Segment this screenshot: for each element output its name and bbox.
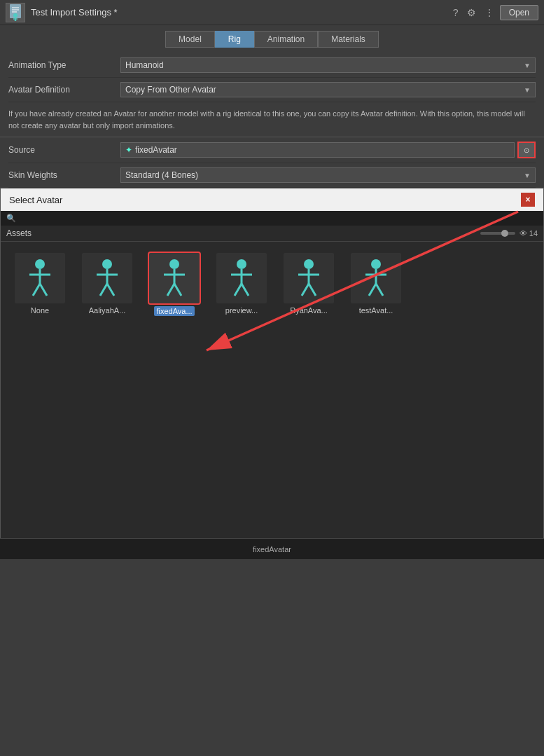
svg-line-37 [369, 284, 376, 296]
animation-type-select[interactable]: Humanoid ▼ [120, 57, 536, 73]
source-label: Source [8, 145, 120, 155]
avatar-label-preview: preview... [225, 306, 258, 315]
list-item[interactable]: AaliyahA... [79, 253, 135, 315]
animation-type-arrow: ▼ [524, 62, 531, 69]
avatar-definition-label: Avatar Definition [8, 85, 120, 95]
svg-point-9 [35, 259, 45, 269]
animation-type-row: Animation Type Humanoid ▼ [8, 53, 536, 78]
svg-line-28 [242, 284, 249, 296]
size-label: 👁 14 [519, 229, 538, 238]
svg-point-24 [237, 259, 246, 269]
svg-point-29 [304, 259, 314, 269]
settings-button[interactable]: ⚙ [464, 6, 479, 20]
help-button[interactable]: ? [450, 6, 461, 20]
avatar-icon-fixedava[interactable] [149, 253, 200, 303]
avatar-label-testavat: testAvat... [359, 306, 393, 315]
select-avatar-dialog: Select Avatar × 🔍 Assets 👁 14 [0, 188, 544, 559]
source-picker-button[interactable]: ⊙ [517, 142, 536, 158]
animation-type-label: Animation Type [8, 60, 120, 70]
bottom-bar: fixedAvatar [0, 538, 544, 559]
svg-point-14 [102, 259, 112, 269]
svg-line-13 [40, 284, 47, 296]
svg-line-33 [309, 284, 316, 296]
size-slider-area: 👁 14 [480, 229, 538, 238]
info-box: If you have already created an Avatar fo… [0, 102, 544, 137]
inspector-header: Test Import Settings * ? ⚙ ⋮ Open [0, 0, 544, 25]
svg-line-17 [100, 284, 107, 296]
bottom-text: fixedAvatar [253, 545, 291, 554]
list-item[interactable]: RyanAva... [281, 253, 337, 315]
avatar-icon-preview[interactable] [216, 253, 267, 303]
avatar-label-fixedava: fixedAva... [154, 306, 194, 316]
avatar-definition-row: Avatar Definition Copy From Other Avatar… [8, 78, 536, 102]
skin-weights-arrow: ▼ [524, 172, 531, 179]
source-section: Source ✦ fixedAvatar ⊙ Skin Weights Stan… [0, 137, 544, 188]
dialog-search-bar: 🔍 [1, 211, 543, 226]
skin-weights-row: Skin Weights Standard (4 Bones) ▼ [8, 163, 536, 188]
dialog-assets-bar: Assets 👁 14 [1, 226, 543, 242]
avatar-definition-arrow: ▼ [524, 86, 531, 94]
dialog-title: Select Avatar [9, 195, 62, 205]
avatar-icon-none[interactable] [15, 253, 65, 303]
avatar-label-aaliyah: AaliyahA... [89, 306, 126, 315]
svg-point-34 [371, 259, 381, 269]
tab-model[interactable]: Model [165, 31, 215, 48]
svg-line-8 [15, 20, 17, 21]
tab-rig[interactable]: Rig [215, 31, 254, 48]
list-item[interactable]: preview... [214, 253, 270, 315]
search-icon: 🔍 [6, 214, 16, 223]
avatar-icon-testavat[interactable] [351, 253, 401, 303]
dialog-close-button[interactable]: × [521, 193, 535, 207]
svg-line-23 [174, 284, 181, 296]
source-row: Source ✦ fixedAvatar ⊙ [8, 137, 536, 163]
tabs-bar: Model Rig Animation Materials [0, 25, 544, 53]
tab-materials[interactable]: Materials [318, 31, 379, 48]
avatar-label-none: None [31, 306, 49, 315]
form-section: Animation Type Humanoid ▼ Avatar Definit… [0, 53, 544, 102]
source-input: ✦ fixedAvatar [120, 142, 515, 158]
dialog-header: Select Avatar × [1, 188, 543, 211]
tab-animation[interactable]: Animation [254, 31, 318, 48]
svg-line-22 [167, 284, 174, 296]
svg-line-32 [302, 284, 309, 296]
inspector-icon [6, 3, 25, 22]
avatar-grid: None AaliyahA... [1, 242, 543, 327]
svg-line-18 [107, 284, 114, 296]
source-value: fixedAvatar [135, 145, 177, 155]
avatar-icon-aaliyah[interactable] [82, 253, 132, 303]
avatar-icon-ryanava[interactable] [284, 253, 334, 303]
inspector-title: Test Import Settings * [31, 7, 118, 18]
avatar-label-ryanava: RyanAva... [290, 306, 328, 315]
svg-point-4 [13, 13, 18, 18]
list-item[interactable]: fixedAva... [146, 253, 202, 316]
more-button[interactable]: ⋮ [482, 6, 497, 20]
skin-weights-select[interactable]: Standard (4 Bones) ▼ [120, 167, 536, 183]
dialog-empty-area [1, 327, 543, 558]
skin-weights-label: Skin Weights [8, 170, 120, 180]
svg-line-12 [33, 284, 40, 296]
source-avatar-icon: ✦ [125, 145, 132, 155]
avatar-definition-select[interactable]: Copy From Other Avatar ▼ [120, 82, 536, 97]
size-slider[interactable] [480, 232, 515, 235]
svg-point-19 [169, 259, 179, 269]
list-item[interactable]: None [12, 253, 68, 315]
open-button[interactable]: Open [500, 5, 538, 20]
svg-line-38 [376, 284, 383, 296]
list-item[interactable]: testAvat... [348, 253, 404, 315]
assets-label: Assets [6, 228, 32, 238]
svg-line-27 [235, 284, 242, 296]
